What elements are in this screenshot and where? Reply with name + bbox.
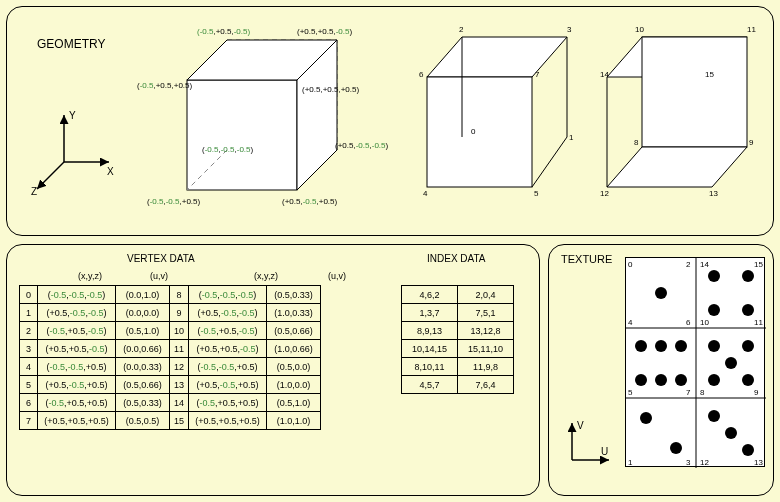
dice-corner-label: 8 (700, 388, 704, 397)
mid-v7: 7 (535, 70, 539, 79)
cube-v-front-bl: (-0.5,-0.5,+0.5) (147, 197, 200, 206)
axis-u: U (601, 446, 608, 457)
r-v15: 15 (705, 70, 714, 79)
index-row: 1,3,77,5,1 (402, 304, 514, 322)
vertex-row: 4(-0.5,-0.5,+0.5)(0.0,0.33)12(-0.5,-0.5,… (20, 358, 321, 376)
vertex-row: 1(+0.5,-0.5,-0.5)(0.0,0.0)9(+0.5,-0.5,-0… (20, 304, 321, 322)
dice-corner-label: 1 (628, 458, 632, 467)
axis-v: V (577, 420, 584, 431)
cube-v-back-tr: (+0.5,+0.5,-0.5) (297, 27, 352, 36)
dice-corner-label: 6 (686, 318, 690, 327)
index-row: 8,9,1313,12,8 (402, 322, 514, 340)
dice-corner-label: 10 (700, 318, 709, 327)
index-row: 8,10,1111,9,8 (402, 358, 514, 376)
mid-v6: 6 (419, 70, 423, 79)
unfold-right-svg (587, 22, 767, 222)
svg-point-36 (708, 374, 720, 386)
cube-v-back-tl: (-0.5,+0.5,-0.5) (197, 27, 250, 36)
svg-marker-8 (427, 37, 567, 77)
dice-corner-label: 7 (686, 388, 690, 397)
svg-point-34 (742, 340, 754, 352)
colh-uv2: (u,v) (317, 271, 357, 281)
dice-corner-label: 12 (700, 458, 709, 467)
cube-v-front-tl: (-0.5,+0.5,+0.5) (137, 81, 192, 90)
dice-corner-label: 13 (754, 458, 763, 467)
dice-corner-label: 0 (628, 260, 632, 269)
svg-point-22 (655, 287, 667, 299)
r-v13: 13 (709, 189, 718, 198)
axis-z: Z (31, 186, 37, 197)
axis-gizmo: X Y Z (29, 107, 119, 197)
svg-line-12 (532, 137, 567, 187)
index-table: 4,6,22,0,41,3,77,5,18,9,1313,12,810,14,1… (401, 285, 514, 394)
cube-svg (157, 22, 357, 222)
axis-x: X (107, 166, 114, 177)
svg-point-41 (725, 427, 737, 439)
axis-y: Y (69, 110, 76, 121)
texture-title: TEXTURE (561, 253, 612, 265)
svg-point-37 (742, 374, 754, 386)
mid-v5: 5 (534, 189, 538, 198)
dice-corner-label: 9 (754, 388, 758, 397)
vertex-row: 6(-0.5,+0.5,+0.5)(0.5,0.33)14(-0.5,+0.5,… (20, 394, 321, 412)
geometry-panel: GEOMETRY X Y Z (-0.5,+0.5,-0.5) (+0.5,+0… (6, 6, 774, 236)
cube-v-front-br: (+0.5,-0.5,+0.5) (282, 197, 337, 206)
vertex-row: 7(+0.5,+0.5,+0.5)(0.5,0.5)15(+0.5,+0.5,+… (20, 412, 321, 430)
unfold-left-svg (407, 22, 587, 222)
dice-corner-label: 14 (700, 260, 709, 269)
dice-corner-label: 3 (686, 458, 690, 467)
svg-rect-14 (642, 37, 747, 147)
cube-v-front-tr: (+0.5,+0.5,+0.5) (302, 85, 359, 94)
vertex-row: 3(+0.5,+0.5,-0.5)(0.0,0.66)11(+0.5,+0.5,… (20, 340, 321, 358)
svg-point-24 (742, 270, 754, 282)
mid-v3: 3 (567, 25, 571, 34)
svg-point-35 (725, 357, 737, 369)
dice-svg (626, 258, 766, 468)
mid-v4: 4 (423, 189, 427, 198)
dice-grid: 0214154610115789131213 (625, 257, 765, 467)
vertex-row: 0(-0.5,-0.5,-0.5)(0.0,1.0)8(-0.5,-0.5,-0… (20, 286, 321, 304)
svg-point-42 (742, 444, 754, 456)
svg-rect-9 (427, 77, 532, 187)
texture-panel: TEXTURE U V (548, 244, 774, 496)
dice-corner-label: 15 (754, 260, 763, 269)
mid-v1: 1 (569, 133, 573, 142)
colh-xyz1: (x,y,z) (65, 271, 115, 281)
geometry-title: GEOMETRY (37, 37, 105, 51)
svg-point-30 (635, 374, 647, 386)
dice-corner-label: 11 (754, 318, 763, 327)
svg-line-2 (37, 162, 64, 189)
svg-point-31 (655, 374, 667, 386)
cube-v-back-br: (+0.5,-0.5,-0.5) (335, 141, 388, 150)
svg-rect-4 (187, 80, 297, 190)
cube-v-back-bl: (-0.5,-0.5,-0.5) (202, 145, 253, 154)
vertex-data-title: VERTEX DATA (127, 253, 195, 264)
svg-point-38 (640, 412, 652, 424)
svg-point-33 (708, 340, 720, 352)
index-row: 10,14,1515,11,10 (402, 340, 514, 358)
mid-v2: 2 (459, 25, 463, 34)
dice-corner-label: 4 (628, 318, 632, 327)
vertex-row: 2(-0.5,+0.5,-0.5)(0.5,1.0)10(-0.5,+0.5,-… (20, 322, 321, 340)
uv-gizmo: U V (557, 415, 617, 475)
svg-point-25 (708, 304, 720, 316)
svg-point-26 (742, 304, 754, 316)
svg-point-29 (675, 340, 687, 352)
colh-uv1: (u,v) (139, 271, 179, 281)
index-data-title: INDEX DATA (427, 253, 486, 264)
colh-xyz2: (x,y,z) (241, 271, 291, 281)
index-row: 4,6,22,0,4 (402, 286, 514, 304)
r-v12: 12 (600, 189, 609, 198)
dice-corner-label: 2 (686, 260, 690, 269)
svg-point-27 (635, 340, 647, 352)
data-panel: VERTEX DATA INDEX DATA (x,y,z) (u,v) (x,… (6, 244, 540, 496)
r-v11: 11 (747, 25, 756, 34)
vertex-row: 5(+0.5,-0.5,+0.5)(0.5,0.66)13(+0.5,-0.5,… (20, 376, 321, 394)
index-row: 4,5,77,6,4 (402, 376, 514, 394)
svg-marker-15 (607, 147, 747, 187)
r-v14: 14 (600, 70, 609, 79)
svg-point-28 (655, 340, 667, 352)
svg-point-40 (708, 410, 720, 422)
vertex-table: 0(-0.5,-0.5,-0.5)(0.0,1.0)8(-0.5,-0.5,-0… (19, 285, 321, 430)
svg-point-32 (675, 374, 687, 386)
